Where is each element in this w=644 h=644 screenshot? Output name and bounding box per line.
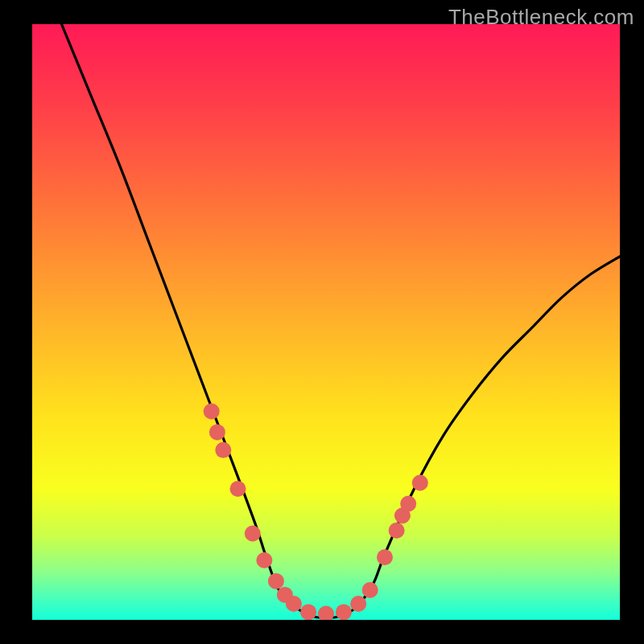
data-marker (215, 442, 231, 458)
data-marker (230, 481, 246, 497)
chart-frame: TheBottleneck.com (0, 0, 644, 644)
plot-area (32, 24, 620, 620)
data-marker (300, 604, 316, 620)
curve-layer (32, 24, 620, 620)
data-marker (389, 522, 405, 539)
data-marker (245, 526, 261, 542)
data-marker (400, 496, 416, 512)
data-marker (336, 604, 352, 620)
data-marker (209, 424, 225, 440)
data-marker (268, 573, 284, 589)
data-marker (256, 552, 272, 568)
data-marker (286, 596, 302, 612)
data-marker (377, 549, 393, 565)
data-marker (412, 475, 428, 491)
data-marker (318, 606, 334, 620)
data-marker (362, 582, 378, 598)
data-marker (204, 403, 220, 419)
watermark-text: TheBottleneck.com (448, 5, 634, 30)
bottleneck-curve (62, 24, 621, 617)
data-marker (350, 596, 366, 612)
